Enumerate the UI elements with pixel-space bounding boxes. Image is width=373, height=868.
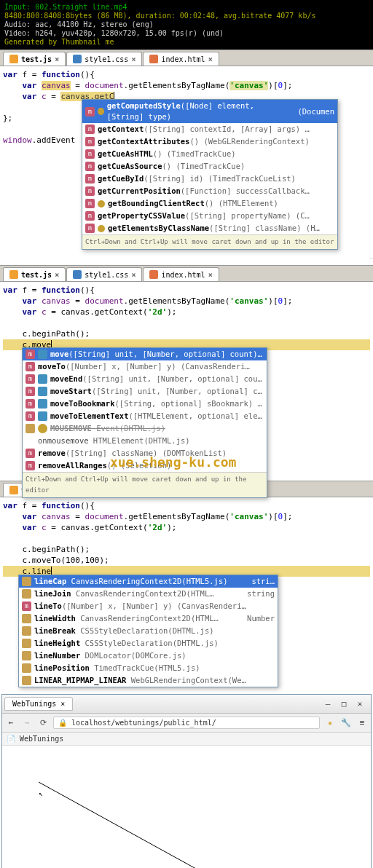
- term-line: Input: 002.Straight line.mp4: [4, 3, 369, 12]
- ac-item[interactable]: lineHeight CSSStyleDeclaration(DHTML.js): [19, 637, 278, 650]
- kind-icon: [38, 411, 47, 421]
- term-line: 8480:800:8408:8bytes (86 MB), duration: …: [4, 12, 369, 20]
- ac-item[interactable]: mgetContext([String] contextId, [Array] …: [82, 123, 337, 135]
- close-icon[interactable]: ×: [208, 271, 213, 279]
- field-icon: [22, 589, 31, 599]
- ac-item[interactable]: mgetCurrentPosition([Function] successCa…: [82, 185, 337, 197]
- tab-index-html[interactable]: index.html×: [143, 267, 219, 281]
- ac-item[interactable]: mmoveTo([Number] x, [Number] y) (CanvasR…: [23, 360, 267, 373]
- autocomplete-popup[interactable]: lineCap CanvasRenderingContext2D(HTML5.j…: [18, 575, 278, 687]
- ac-item[interactable]: mgetComputedStyle([Node] element, [Strin…: [82, 100, 337, 123]
- kind-icon: [38, 424, 47, 433]
- bookmark-icon[interactable]: ★: [324, 718, 336, 727]
- method-icon: m: [25, 399, 35, 409]
- ac-item[interactable]: mmoveToBookmark([String, optional] sBook…: [23, 398, 267, 410]
- method-icon: m: [22, 601, 31, 611]
- minimize-icon[interactable]: —: [322, 699, 334, 709]
- js-icon: [9, 270, 18, 279]
- ac-item[interactable]: mgetContextAttributes() (WebGLRenderingC…: [82, 135, 337, 148]
- browser-tab[interactable]: WebTunings ×: [4, 697, 73, 711]
- ac-item[interactable]: mmoveToElementText([HTMLElement, optiona…: [23, 410, 267, 422]
- method-icon: m: [85, 149, 95, 159]
- ac-hint: Ctrl+Down and Ctrl+Up will move caret do…: [23, 472, 267, 497]
- terminal-output: Input: 002.Straight line.mp4 8480:800:84…: [0, 0, 373, 50]
- js-icon: [9, 486, 18, 494]
- forward-icon[interactable]: →: [21, 718, 33, 727]
- ac-item[interactable]: lineNumber DOMLocator(DOMCore.js): [19, 650, 278, 662]
- ac-item[interactable]: linePosition TimedTrackCue(HTML5.js): [19, 662, 278, 674]
- ac-item[interactable]: lineJoin CanvasRenderingContext2D(HTML…s…: [19, 588, 278, 600]
- canvas-line: [2, 746, 352, 868]
- ac-item[interactable]: mlineTo([Number] x, [Number] y) (CanvasR…: [19, 600, 278, 612]
- autocomplete-popup[interactable]: mmove([String] unit, [Number, optional] …: [22, 347, 267, 498]
- bookmarks-bar[interactable]: 📄 WebTunings: [2, 733, 371, 746]
- close-icon[interactable]: ×: [131, 271, 136, 279]
- ac-item[interactable]: LINEAR_MIPMAP_LINEAR WebGLRenderingConte…: [19, 674, 278, 687]
- ac-item[interactable]: mgetElementsByClassName([String] classNa…: [82, 222, 337, 234]
- field-icon: [22, 577, 31, 586]
- ac-item[interactable]: lineBreak CSSStyleDeclaration(DHTML.js): [19, 625, 278, 637]
- method-icon: m: [25, 387, 35, 396]
- ac-item[interactable]: MOUSEMOVE Event(DHTML.js): [23, 422, 267, 435]
- tab-test-js[interactable]: test.js×: [3, 267, 66, 281]
- close-icon[interactable]: ×: [55, 55, 59, 63]
- tab-test-js[interactable]: test.js ×: [3, 52, 66, 66]
- field-icon: [22, 639, 31, 648]
- ac-item[interactable]: onmousemove HTMLElement(DHTML.js): [23, 435, 267, 447]
- menu-icon[interactable]: ≡: [356, 718, 368, 727]
- code-editor[interactable]: var f = function(){ var canvas = documen…: [0, 497, 373, 693]
- close-icon[interactable]: ×: [60, 700, 65, 708]
- ac-item[interactable]: mgetPropertyCSSValue([String] propertyNa…: [82, 210, 337, 222]
- tab-style-css[interactable]: style1.css ×: [66, 52, 142, 66]
- code-editor[interactable]: var f = function(){ var canvas = documen…: [0, 66, 373, 265]
- ac-item[interactable]: mgetCueAsHTML() (TimedTrackCue): [82, 148, 337, 160]
- ac-hint: Ctrl+Down and Ctrl+Up will move caret do…: [82, 234, 337, 249]
- code-editor[interactable]: var f = function(){ var canvas = documen…: [0, 282, 373, 481]
- page-content[interactable]: ↖: [2, 746, 371, 868]
- method-icon: m: [25, 362, 35, 371]
- ac-item[interactable]: lineWidth CanvasRenderingContext2D(HTML……: [19, 612, 278, 625]
- method-icon: m: [85, 199, 95, 208]
- autocomplete-popup[interactable]: mgetComputedStyle([Node] element, [Strin…: [82, 99, 338, 250]
- maximize-icon[interactable]: □: [338, 699, 350, 709]
- editor-tabs: test.js× style1.css× index.html×: [0, 266, 373, 282]
- tab-label: index.html: [161, 271, 205, 279]
- browser-tab-title: WebTunings: [12, 700, 56, 708]
- tab-label: test.js: [21, 271, 52, 279]
- watermark: xue.sheng-ku.com: [110, 457, 236, 467]
- kind-icon: [98, 225, 105, 232]
- wrench-icon[interactable]: 🔧: [340, 718, 352, 727]
- close-icon[interactable]: ×: [208, 55, 213, 63]
- close-icon[interactable]: ×: [55, 271, 59, 279]
- ide-pane-3: test.js× style1.css× index.html× var f =…: [0, 481, 373, 693]
- svg-line-0: [39, 782, 217, 868]
- method-icon: m: [85, 125, 95, 134]
- ac-item[interactable]: mmove([String] unit, [Number, optional] …: [23, 348, 267, 360]
- close-icon[interactable]: ✕: [354, 699, 366, 709]
- method-icon: m: [25, 461, 35, 470]
- method-icon: m: [85, 162, 95, 171]
- ac-item[interactable]: mgetBoundingClientRect() (HTMLElement): [82, 197, 337, 210]
- url-input[interactable]: 🔒 localhost/webtunings/public_html/: [53, 717, 320, 729]
- back-icon[interactable]: ←: [5, 718, 17, 727]
- reload-icon[interactable]: ⟳: [37, 718, 49, 727]
- close-icon[interactable]: ×: [131, 55, 136, 63]
- term-line: Audio: aac, 44100 Hz, stereo (eng): [4, 20, 369, 29]
- tab-style-css[interactable]: style1.css×: [66, 267, 142, 281]
- css-icon: [73, 270, 82, 279]
- method-icon: m: [85, 137, 95, 146]
- term-line: Video: h264, yuv420p, 1280x720, 15.00 fp…: [4, 29, 369, 38]
- ac-item[interactable]: mmoveEnd([String] unit, [Number, optiona…: [23, 373, 267, 385]
- kind-icon: [38, 399, 47, 409]
- field-icon: [22, 626, 31, 636]
- ac-item[interactable]: mremoveAllRanges() (Selection)xue.sheng-…: [23, 459, 267, 472]
- js-icon: [9, 55, 18, 63]
- tab-index-html[interactable]: index.html ×: [143, 52, 219, 66]
- ac-item[interactable]: mgetCueAsSource() (TimedTrackCue): [82, 160, 337, 173]
- tab-label: style1.css: [85, 271, 128, 279]
- method-icon: m: [25, 350, 35, 359]
- ac-item[interactable]: lineCap CanvasRenderingContext2D(HTML5.j…: [19, 575, 278, 588]
- kind-icon: [38, 387, 47, 396]
- ac-item[interactable]: mmoveStart([String] unit, [Number, optio…: [23, 385, 267, 398]
- ac-item[interactable]: mgetCueById([String] id) (TimedTrackCueL…: [82, 173, 337, 185]
